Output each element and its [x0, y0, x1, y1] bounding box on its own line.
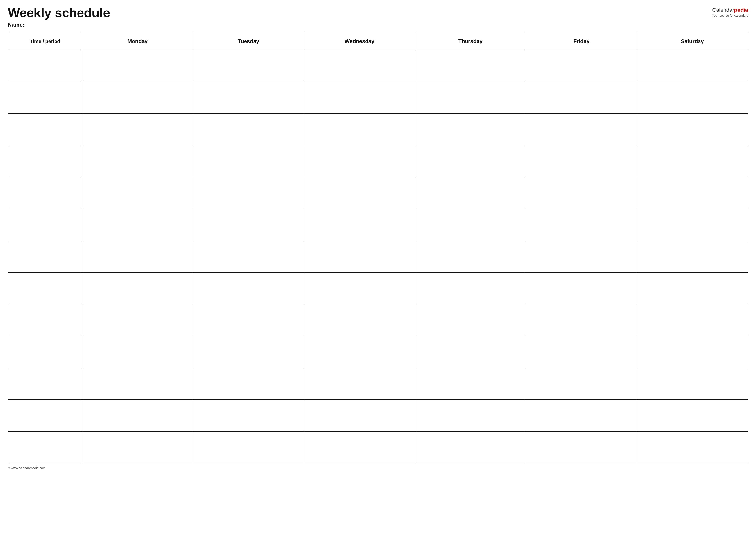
schedule-cell [82, 272, 193, 304]
time-cell [8, 209, 82, 240]
time-cell [8, 145, 82, 177]
schedule-cell [526, 272, 637, 304]
schedule-cell [304, 145, 415, 177]
schedule-cell [304, 240, 415, 272]
col-header-wednesday: Wednesday [304, 33, 415, 50]
schedule-cell [193, 368, 304, 399]
schedule-cell [82, 368, 193, 399]
brand-name-part1: Calendar [712, 7, 734, 13]
col-header-thursday: Thursday [415, 33, 526, 50]
schedule-cell [304, 209, 415, 240]
schedule-cell [526, 368, 637, 399]
table-row [8, 399, 748, 431]
schedule-cell [304, 431, 415, 463]
schedule-cell [637, 81, 748, 113]
schedule-cell [526, 50, 637, 81]
schedule-cell [415, 399, 526, 431]
schedule-cell [82, 113, 193, 145]
schedule-cell [526, 113, 637, 145]
table-row [8, 50, 748, 81]
schedule-cell [637, 113, 748, 145]
schedule-cell [415, 50, 526, 81]
col-header-monday: Monday [82, 33, 193, 50]
col-header-saturday: Saturday [637, 33, 748, 50]
schedule-cell [304, 399, 415, 431]
schedule-cell [415, 304, 526, 336]
table-row [8, 240, 748, 272]
schedule-cell [526, 431, 637, 463]
schedule-cell [637, 304, 748, 336]
schedule-cell [193, 145, 304, 177]
schedule-cell [82, 145, 193, 177]
schedule-cell [415, 368, 526, 399]
schedule-cell [637, 240, 748, 272]
schedule-cell [637, 431, 748, 463]
schedule-cell [415, 336, 526, 368]
table-row [8, 272, 748, 304]
brand-logo: Calendarpedia Your source for calendars [712, 7, 748, 17]
time-cell [8, 50, 82, 81]
schedule-cell [637, 177, 748, 209]
page-title: Weekly schedule [8, 6, 110, 20]
schedule-cell [304, 336, 415, 368]
schedule-cell [526, 209, 637, 240]
schedule-cell [415, 431, 526, 463]
schedule-cell [82, 240, 193, 272]
footer: © www.calendarpedia.com [8, 466, 748, 470]
schedule-cell [526, 399, 637, 431]
schedule-cell [415, 177, 526, 209]
schedule-cell [637, 50, 748, 81]
schedule-cell [193, 113, 304, 145]
schedule-cell [82, 336, 193, 368]
time-cell [8, 113, 82, 145]
schedule-cell [415, 209, 526, 240]
schedule-cell [193, 431, 304, 463]
time-cell [8, 240, 82, 272]
col-header-time: Time / period [8, 33, 82, 50]
schedule-cell [82, 209, 193, 240]
name-label: Name: [8, 22, 748, 28]
table-row [8, 336, 748, 368]
schedule-cell [637, 368, 748, 399]
schedule-cell [193, 336, 304, 368]
schedule-cell [415, 240, 526, 272]
schedule-cell [82, 177, 193, 209]
schedule-cell [304, 81, 415, 113]
schedule-cell [193, 240, 304, 272]
schedule-cell [304, 113, 415, 145]
schedule-cell [637, 209, 748, 240]
time-cell [8, 177, 82, 209]
schedule-cell [82, 81, 193, 113]
time-cell [8, 368, 82, 399]
schedule-cell [637, 145, 748, 177]
schedule-cell [304, 272, 415, 304]
schedule-cell [193, 209, 304, 240]
brand-tagline: Your source for calendars [712, 14, 748, 17]
brand-name-part2: pedia [734, 7, 748, 13]
schedule-cell [637, 336, 748, 368]
schedule-cell [526, 336, 637, 368]
schedule-cell [415, 272, 526, 304]
schedule-cell [637, 399, 748, 431]
schedule-cell [193, 81, 304, 113]
brand-name: Calendarpedia [712, 7, 748, 13]
schedule-cell [304, 304, 415, 336]
schedule-cell [637, 272, 748, 304]
schedule-cell [526, 177, 637, 209]
schedule-cell [526, 145, 637, 177]
table-row [8, 209, 748, 240]
table-row [8, 177, 748, 209]
table-row [8, 368, 748, 399]
time-cell [8, 304, 82, 336]
schedule-cell [82, 399, 193, 431]
time-cell [8, 431, 82, 463]
schedule-cell [415, 145, 526, 177]
col-header-friday: Friday [526, 33, 637, 50]
table-header-row: Time / period Monday Tuesday Wednesday T… [8, 33, 748, 50]
schedule-cell [304, 50, 415, 81]
table-row [8, 431, 748, 463]
time-cell [8, 81, 82, 113]
schedule-cell [526, 304, 637, 336]
table-row [8, 81, 748, 113]
page-header: Weekly schedule Calendarpedia Your sourc… [8, 6, 748, 20]
